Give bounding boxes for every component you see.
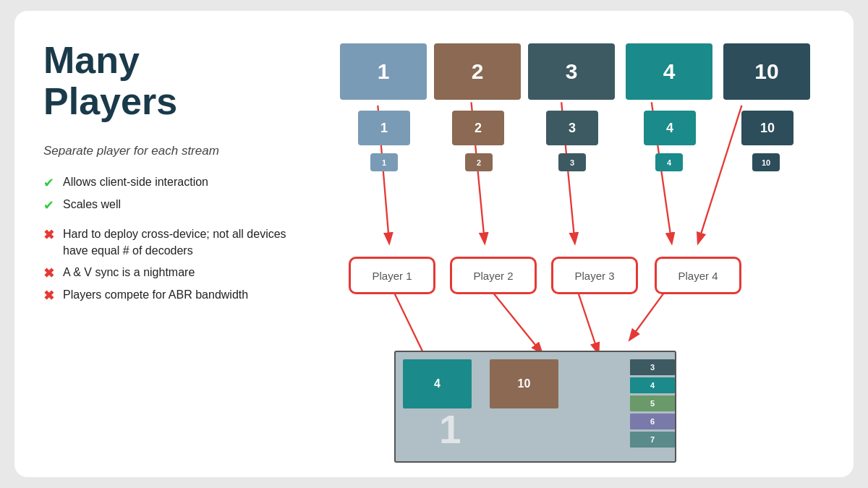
device-col-7: 7 [630, 432, 675, 448]
device-col-4: 4 [630, 377, 675, 393]
left-panel: ManyPlayers Separate player for each str… [43, 33, 311, 455]
cross-icon-2: ✖ [43, 265, 54, 281]
cross-icon-1: ✖ [43, 227, 54, 243]
pros-cons: ✔ Allows client-side interaction ✔ Scale… [43, 174, 311, 309]
device-stream-4: 4 [403, 359, 472, 408]
stream-box-2-large: 2 [434, 43, 521, 100]
player-box-2: Player 2 [450, 257, 537, 294]
stream-box-1-medium: 1 [358, 111, 410, 145]
pro-text-1: Allows client-side interaction [63, 174, 208, 190]
stream-box-10-small: 10 [752, 153, 780, 171]
check-icon-1: ✔ [43, 175, 54, 191]
stream-box-4-large: 4 [626, 43, 712, 100]
con-text-3: Players compete for ABR bandwidth [63, 287, 248, 303]
cross-icon-3: ✖ [43, 288, 54, 304]
page-title: ManyPlayers [43, 40, 311, 122]
pros-section: ✔ Allows client-side interaction ✔ Scale… [43, 174, 311, 213]
main-card: ManyPlayers Separate player for each str… [14, 11, 854, 477]
stream-box-3-medium: 3 [546, 111, 598, 145]
device-stream-10: 10 [490, 359, 558, 408]
device-col-3: 3 [630, 359, 675, 375]
con-item-1: ✖ Hard to deploy cross-device; not all d… [43, 226, 311, 259]
player-box-1: Player 1 [349, 257, 435, 294]
con-text-2: A & V sync is a nightmare [63, 265, 195, 281]
stream-box-4-small: 4 [655, 153, 683, 171]
pro-item-2: ✔ Scales well [43, 197, 311, 213]
device-col-5: 5 [630, 395, 675, 411]
stream-box-1-large: 1 [340, 43, 427, 100]
device-box: 1 4 10 3 4 5 6 7 [394, 351, 676, 463]
con-item-3: ✖ Players compete for ABR bandwidth [43, 287, 311, 304]
stream-box-10-medium: 10 [741, 111, 793, 145]
stream-box-3-small: 3 [558, 153, 586, 171]
check-icon-2: ✔ [43, 197, 54, 213]
stream-box-1-small: 1 [370, 153, 398, 171]
stream-box-4-medium: 4 [644, 111, 696, 145]
device-label-1: 1 [439, 406, 461, 453]
stream-box-10-large: 10 [723, 43, 810, 100]
stream-box-2-medium: 2 [452, 111, 504, 145]
svg-line-5 [698, 106, 741, 242]
pro-text-2: Scales well [63, 197, 121, 213]
con-item-2: ✖ A & V sync is a nightmare [43, 265, 311, 281]
device-right-column: 3 4 5 6 7 [630, 359, 675, 448]
pro-item-1: ✔ Allows client-side interaction [43, 174, 311, 191]
device-col-6: 6 [630, 414, 675, 429]
stream-box-2-small: 2 [465, 153, 493, 171]
cons-section: ✖ Hard to deploy cross-device; not all d… [43, 226, 311, 304]
subtitle: Separate player for each stream [43, 144, 311, 158]
stream-box-3-large: 3 [528, 43, 615, 100]
con-text-1: Hard to deploy cross-device; not all dev… [63, 226, 311, 259]
right-panel: 1 2 3 4 10 1 2 3 4 10 1 2 3 4 10 Player … [311, 33, 832, 455]
player-box-4: Player 4 [655, 257, 741, 294]
player-box-3: Player 3 [551, 257, 638, 294]
